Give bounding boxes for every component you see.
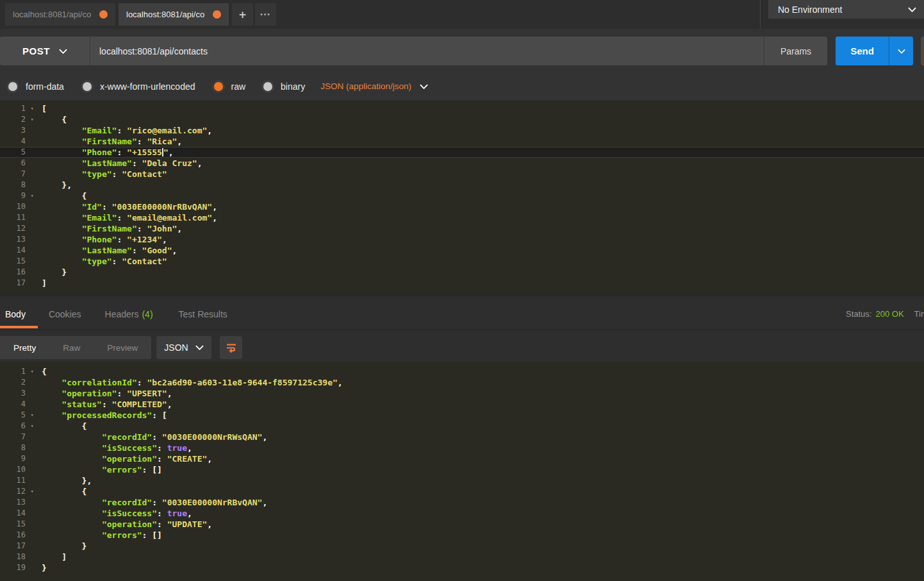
radio-icon (8, 82, 17, 91)
code-text: [ (36, 103, 47, 114)
fold-icon[interactable]: ▾ (31, 486, 34, 497)
code-text: ] (36, 278, 47, 289)
wrap-text-button[interactable] (220, 336, 242, 359)
mode-urlencoded[interactable]: x-www-form-urlencoded (83, 81, 195, 92)
tab-cookies[interactable]: Cookies (49, 309, 81, 319)
chevron-down-icon (59, 49, 67, 54)
request-url-bar: POST localhost:8081/api/contacts Params (0, 37, 827, 65)
code-text: ] (36, 552, 67, 562)
view-preview[interactable]: Preview (94, 336, 151, 359)
code-text: "recordId": "0030E00000NrRWsQAN", (36, 432, 267, 442)
view-pretty[interactable]: Pretty (0, 336, 49, 359)
code-line: 12▾ { (0, 486, 924, 497)
code-text: "isSuccess": true, (36, 508, 192, 519)
url-input[interactable]: localhost:8081/api/contacts (90, 37, 764, 65)
line-number: 15 (0, 256, 36, 267)
line-number: 7 (0, 169, 36, 180)
new-tab-button[interactable]: + (232, 3, 253, 26)
divider (760, 0, 761, 29)
code-line: 9 "operation": "CREATE", (0, 453, 924, 464)
params-button[interactable]: Params (764, 37, 827, 65)
code-line: 11 }, (0, 475, 924, 486)
radio-icon (263, 82, 272, 91)
code-line: 17 } (0, 541, 924, 552)
request-builder: POST localhost:8081/api/contacts Params … (0, 29, 924, 101)
line-number: 16 (0, 530, 36, 541)
status-label: Status: (846, 309, 871, 319)
line-number: 7 (0, 432, 36, 442)
send-options-button[interactable] (889, 37, 913, 65)
content-type-selector[interactable]: JSON (application/json) (320, 81, 428, 91)
request-body-editor[interactable]: 1▾[2▾ {3 "Email": "rico@email.com",4 "Fi… (0, 101, 924, 292)
fold-icon[interactable]: ▾ (31, 190, 34, 201)
time-label: Time: (914, 309, 924, 319)
code-line: 5 "Phone": "+15555", (0, 147, 924, 158)
line-number: 6 (0, 158, 36, 169)
code-line: 2▾ { (0, 114, 924, 125)
code-text: { (36, 421, 87, 432)
format-selector[interactable]: JSON (156, 336, 211, 359)
mode-form-data[interactable]: form-data (8, 81, 64, 92)
line-number: 1▾ (0, 366, 36, 377)
tab-title: localhost:8081/api/co (126, 10, 208, 19)
fold-icon[interactable]: ▾ (31, 410, 34, 421)
code-line: 3 "Email": "rico@email.com", (0, 125, 924, 136)
code-line: 16 } (0, 267, 924, 278)
radio-icon (83, 82, 92, 91)
active-tab-indicator (0, 326, 38, 328)
response-toolbar: Pretty Raw Preview JSON (0, 330, 924, 362)
fold-icon[interactable]: ▾ (31, 114, 34, 125)
line-number: 9▾ (0, 190, 36, 201)
method-selector[interactable]: POST (0, 37, 90, 65)
send-button[interactable]: Send (836, 37, 889, 65)
code-text: "processedRecords": [ (36, 410, 167, 421)
line-number: 1▾ (0, 103, 36, 114)
code-text: "Id": "0030E00000NrRBvQAN", (36, 201, 217, 212)
code-line: 14 "LastName": "Good", (0, 245, 924, 256)
code-text: "type": "Contact" (36, 169, 167, 180)
line-number: 9 (0, 453, 36, 464)
top-tab-bar: localhost:8081/api/co localhost:8081/api… (0, 0, 924, 29)
send-split-button: Send (836, 37, 913, 65)
fold-icon[interactable]: ▾ (31, 421, 34, 432)
line-number: 3 (0, 125, 36, 136)
line-number: 19 (0, 562, 36, 573)
tab-test-results[interactable]: Test Results (179, 309, 227, 319)
status-badge: 200 OK (875, 309, 903, 319)
ellipsis-icon: ••• (260, 11, 271, 18)
line-number: 2 (0, 377, 36, 388)
url-value: localhost:8081/api/contacts (99, 46, 208, 56)
code-line: 4 "status": "COMPLETED", (0, 399, 924, 410)
environment-selector[interactable]: No Environment (768, 0, 924, 19)
chevron-down-icon (908, 7, 916, 12)
save-button-clipped[interactable] (921, 37, 924, 65)
code-line: 14 "isSuccess": true, (0, 508, 924, 519)
wrap-text-icon (225, 341, 238, 354)
code-line: 2 "correlationId": "bc2a6d90-a603-11e8-9… (0, 377, 924, 388)
line-number: 12▾ (0, 486, 36, 497)
code-text: "Phone": "+1234", (36, 234, 167, 245)
code-line: 12 "FirstName": "John", (0, 223, 924, 234)
view-raw[interactable]: Raw (49, 336, 94, 359)
code-line: 16 "errors": [] (0, 530, 924, 541)
tab-headers[interactable]: Headers(4) (105, 309, 153, 319)
headers-count-badge: (4) (142, 309, 153, 319)
mode-binary[interactable]: binary (263, 81, 305, 92)
fold-icon[interactable]: ▾ (31, 366, 34, 377)
code-line: 4 "FirstName": "Rica", (0, 136, 924, 147)
line-number: 5▾ (0, 410, 36, 421)
code-line: 1▾{ (0, 366, 924, 377)
code-text: { (36, 366, 47, 377)
code-text: } (36, 541, 87, 552)
fold-icon[interactable]: ▾ (31, 103, 34, 114)
request-tab-1[interactable]: localhost:8081/api/co (5, 3, 115, 26)
code-line: 6▾ { (0, 421, 924, 432)
code-text: "operation": "UPDATE", (36, 519, 212, 530)
tab-body[interactable]: Body (5, 309, 26, 319)
line-number: 8 (0, 180, 36, 190)
tab-options-button[interactable]: ••• (255, 3, 276, 26)
code-line: 15 "operation": "UPDATE", (0, 519, 924, 530)
line-number: 4 (0, 136, 36, 147)
mode-raw[interactable]: raw (214, 81, 246, 92)
request-tab-2[interactable]: localhost:8081/api/co (119, 3, 229, 26)
